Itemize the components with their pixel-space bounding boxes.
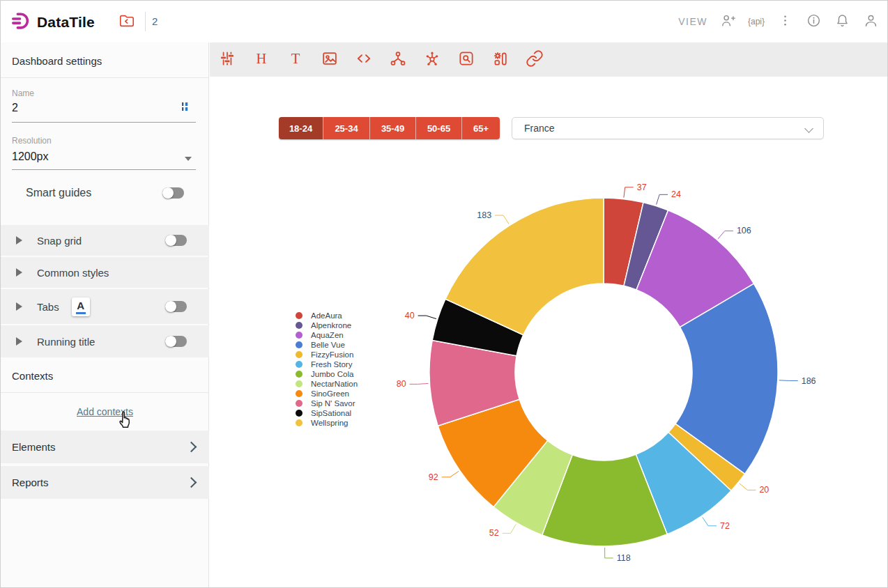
tune-icon — [218, 49, 236, 70]
expand-arrow-icon[interactable] — [16, 268, 22, 277]
legend-item[interactable]: NectarNation — [296, 379, 358, 389]
legend-label: NectarNation — [311, 380, 358, 388]
toolbar-button-widgets[interactable] — [491, 51, 510, 69]
slice-value-label: 186 — [802, 376, 816, 386]
label-leader-line — [703, 517, 717, 525]
user-button[interactable] — [862, 13, 879, 30]
expand-arrow-icon[interactable] — [16, 236, 22, 245]
toolbar-button-image[interactable] — [321, 51, 339, 69]
legend-color-dot — [296, 390, 303, 397]
toolbar-button-share[interactable] — [389, 51, 407, 69]
toolbar-button-tune[interactable] — [218, 51, 236, 69]
link-icon — [526, 49, 544, 70]
image-icon — [321, 49, 339, 70]
toolbar-button-link[interactable] — [526, 51, 544, 69]
legend-item[interactable]: Belle Vue — [296, 340, 358, 350]
label-leader-line — [718, 231, 733, 238]
toolbar-button-code[interactable] — [355, 51, 373, 69]
snap-grid-toggle[interactable] — [165, 235, 187, 246]
age-segment-65+[interactable]: 65+ — [461, 117, 500, 139]
text-format-letter: A — [77, 300, 84, 311]
label-leader-line — [495, 215, 509, 224]
label-leader-line — [605, 548, 613, 558]
sidebar-title: Dashboard settings — [12, 55, 102, 67]
age-segment-18-24[interactable]: 18-24 — [279, 117, 323, 139]
legend-color-dot — [296, 351, 303, 358]
legend-item[interactable]: SipSational — [296, 408, 358, 418]
toolbar-button-search-box[interactable] — [457, 51, 475, 69]
legend-label: SinoGreen — [311, 389, 349, 398]
common-styles-section[interactable]: Common styles — [1, 257, 209, 288]
legend-item[interactable]: FizzyFusion — [296, 350, 358, 359]
back-to-projects-button[interactable] — [116, 12, 137, 31]
element-toolbar: HT — [210, 42, 888, 77]
contexts-title: Contexts — [12, 370, 53, 382]
snap-grid-section[interactable]: Snap grid — [1, 225, 209, 256]
logo[interactable]: DataTile — [10, 10, 95, 34]
resolution-caret-icon[interactable] — [185, 157, 192, 161]
tabs-section[interactable]: Tabs A — [1, 289, 209, 324]
sidebar-item-elements[interactable]: Elements — [1, 431, 209, 463]
chevron-right-icon — [186, 477, 197, 488]
legend-color-dot — [296, 419, 303, 426]
add-user-button[interactable] — [719, 13, 736, 30]
elements-label: Elements — [12, 441, 56, 453]
snap-grid-label: Snap grid — [37, 235, 82, 247]
share-icon — [389, 49, 407, 70]
insert-variable-icon[interactable] — [181, 101, 192, 115]
label-leader-line — [779, 380, 798, 381]
text-icon: T — [286, 49, 305, 70]
toolbar-button-heading[interactable]: H — [252, 51, 270, 69]
sidebar-item-reports[interactable]: Reports — [1, 466, 209, 499]
text-format-icon[interactable]: A — [72, 297, 90, 316]
smart-guides-label: Smart guides — [26, 187, 91, 199]
country-dropdown[interactable]: France — [512, 117, 824, 139]
resolution-select[interactable]: 1200px — [12, 150, 49, 163]
smart-guides-row: Smart guides — [26, 187, 184, 199]
label-leader-line — [740, 483, 756, 490]
legend-item[interactable]: Jumbo Cola — [296, 369, 358, 379]
api-button[interactable]: {api} — [748, 13, 765, 30]
legend-color-dot — [296, 332, 303, 339]
legend-item[interactable]: AdeAura — [296, 311, 358, 320]
resolution-underline — [12, 169, 196, 170]
running-title-section[interactable]: Running title — [1, 325, 209, 357]
toolbar-button-text[interactable]: T — [286, 51, 305, 69]
age-segment-50-65[interactable]: 50-65 — [415, 117, 461, 139]
legend-item[interactable]: AquaZen — [296, 330, 358, 340]
dashboard-canvas: 18-2425-3435-4950-6565+ France AdeAuraAl… — [210, 77, 888, 588]
expand-arrow-icon[interactable] — [16, 302, 22, 311]
slice-value-label: 118 — [617, 553, 631, 563]
kebab-menu-button[interactable] — [776, 13, 793, 30]
add-contexts-link[interactable]: Add contexts — [1, 406, 209, 417]
slice-value-label: 92 — [429, 472, 438, 482]
legend-label: SipSational — [311, 409, 351, 417]
age-segment-35-49[interactable]: 35-49 — [369, 117, 415, 139]
slice-value-label: 106 — [737, 226, 751, 235]
age-segment-25-34[interactable]: 25-34 — [323, 117, 369, 139]
slice-value-label: 80 — [397, 379, 406, 389]
code-icon — [355, 49, 373, 70]
smart-guides-toggle[interactable] — [162, 187, 184, 199]
legend-item[interactable]: Alpenkrone — [296, 320, 358, 330]
legend-color-dot — [296, 400, 303, 407]
resolution-field-label: Resolution — [12, 136, 52, 146]
legend-item[interactable]: SinoGreen — [296, 389, 358, 399]
legend-label: Fresh Story — [311, 360, 352, 369]
view-button[interactable]: VIEW — [678, 16, 707, 27]
expand-arrow-icon[interactable] — [16, 337, 22, 346]
folder-back-icon — [117, 22, 137, 32]
legend-item[interactable]: Fresh Story — [296, 359, 358, 369]
bell-button[interactable] — [834, 13, 850, 30]
age-group-control: 18-2425-3435-4950-6565+ — [279, 117, 500, 139]
datatile-logo-icon — [10, 10, 31, 34]
toolbar-button-hub[interactable] — [423, 51, 441, 69]
legend-label: AdeAura — [311, 311, 342, 320]
running-title-toggle[interactable] — [165, 336, 187, 347]
legend-item[interactable]: Sip N' Savor — [296, 399, 358, 408]
legend-color-dot — [296, 380, 303, 387]
tabs-toggle[interactable] — [165, 301, 187, 312]
name-input[interactable] — [12, 102, 172, 114]
info-button[interactable] — [805, 13, 822, 30]
legend-item[interactable]: Wellspring — [296, 418, 358, 428]
